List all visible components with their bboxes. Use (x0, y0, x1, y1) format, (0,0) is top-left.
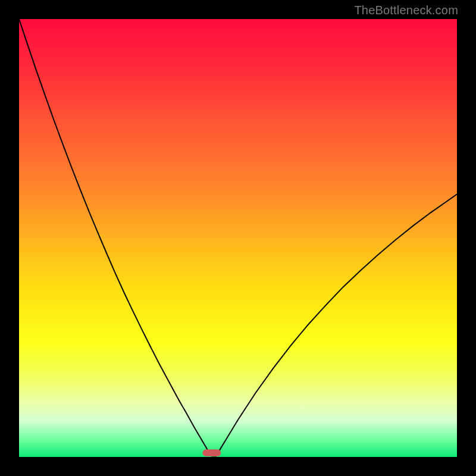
chart-svg (19, 19, 457, 457)
chart-frame: TheBottleneck.com (0, 0, 476, 476)
optimal-marker (202, 449, 221, 456)
plot-area (19, 19, 457, 457)
gradient-background (19, 19, 457, 457)
watermark-text: TheBottleneck.com (354, 4, 458, 17)
